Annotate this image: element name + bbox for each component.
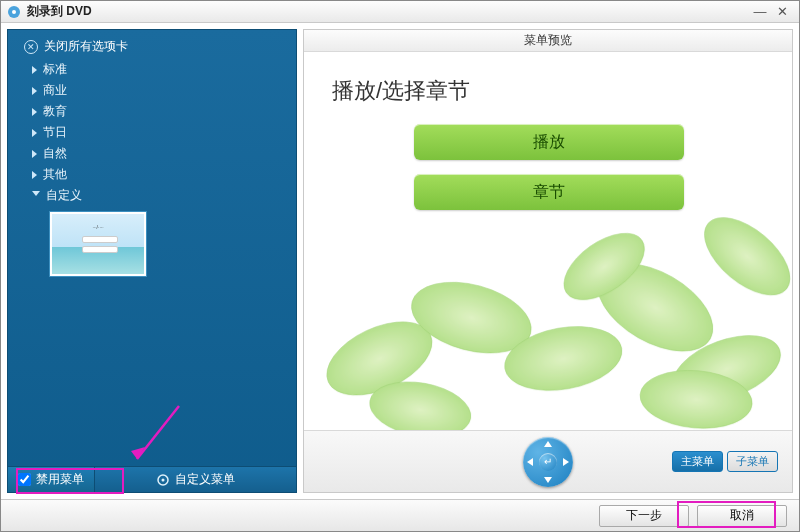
disable-menu-label: 禁用菜单 [36,471,84,488]
app-icon [7,5,21,19]
footer: 下一步 取消 [1,499,799,531]
disable-menu-checkbox[interactable]: 禁用菜单 [8,467,95,492]
close-icon: ✕ [24,40,38,54]
dpad-down-icon[interactable] [544,477,552,483]
category-custom[interactable]: 自定义 [24,185,286,206]
window-title: 刻录到 DVD [27,3,92,20]
app-window: 刻录到 DVD — ✕ ✕ 关闭所有选项卡 标准 商业 教育 节日 自然 其他 … [0,0,800,532]
minimize-button[interactable]: — [749,4,771,20]
dpad-left-icon[interactable] [527,458,533,466]
menu-play-button[interactable]: 播放 [414,124,684,160]
main-menu-button[interactable]: 主菜单 [672,451,723,472]
preview-body: 播放/选择章节 播放 章节 [304,52,792,430]
menu-switch: 主菜单 子菜单 [672,451,778,472]
category-other[interactable]: 其他 [24,164,286,185]
sidebar-footer: 禁用菜单 自定义菜单 [8,466,296,492]
category-education[interactable]: 教育 [24,101,286,122]
close-button[interactable]: ✕ [771,4,793,20]
svg-point-1 [12,10,16,14]
content-area: ✕ 关闭所有选项卡 标准 商业 教育 节日 自然 其他 自定义 ···/···· [1,23,799,499]
category-list: 标准 商业 教育 节日 自然 其他 自定义 [24,59,286,206]
next-button[interactable]: 下一步 [599,505,689,527]
leaf-background [304,52,792,430]
preview-controls: 主菜单 子菜单 [304,430,792,492]
preview-header: 菜单预览 [304,30,792,52]
dpad-enter-button[interactable] [539,453,557,471]
dpad-right-icon[interactable] [563,458,569,466]
cancel-button[interactable]: 取消 [697,505,787,527]
custom-menu-button[interactable]: 自定义菜单 [95,467,296,492]
menu-chapter-button[interactable]: 章节 [414,174,684,210]
disable-menu-input[interactable] [18,473,31,486]
titlebar: 刻录到 DVD — ✕ [1,1,799,23]
close-all-tabs[interactable]: ✕ 关闭所有选项卡 [24,38,286,55]
category-business[interactable]: 商业 [24,80,286,101]
category-holiday[interactable]: 节日 [24,122,286,143]
sidebar: ✕ 关闭所有选项卡 标准 商业 教育 节日 自然 其他 自定义 ···/···· [7,29,297,493]
custom-menu-label: 自定义菜单 [175,471,235,488]
close-all-tabs-label: 关闭所有选项卡 [44,38,128,55]
template-thumbnail[interactable]: ···/···· [50,212,146,276]
sub-menu-button[interactable]: 子菜单 [727,451,778,472]
gear-icon [157,474,169,486]
dpad[interactable] [523,437,573,487]
dpad-up-icon[interactable] [544,441,552,447]
category-nature[interactable]: 自然 [24,143,286,164]
preview-pane: 菜单预览 [303,29,793,493]
menu-title: 播放/选择章节 [332,76,470,106]
category-standard[interactable]: 标准 [24,59,286,80]
svg-point-9 [691,203,792,309]
svg-point-3 [161,478,164,481]
